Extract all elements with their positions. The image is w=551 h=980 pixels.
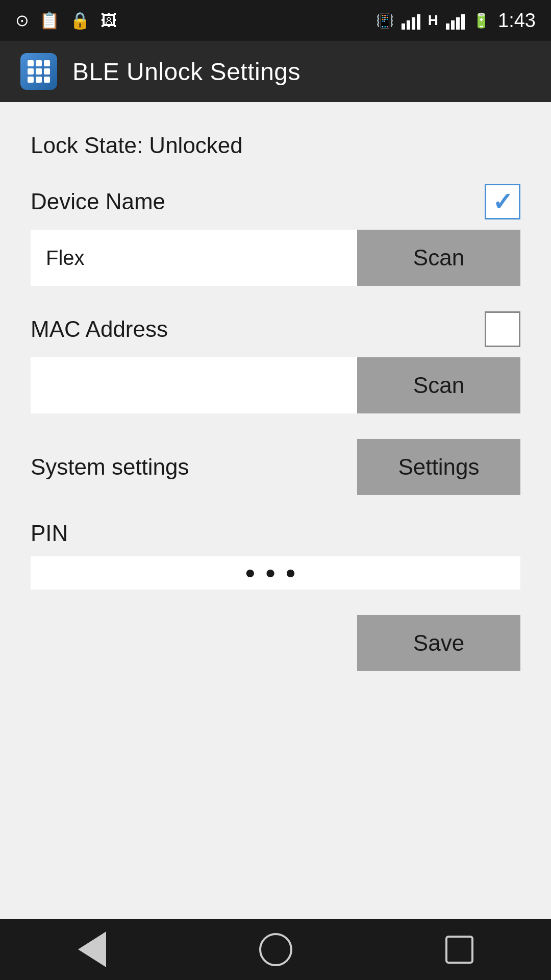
device-name-input[interactable] [31, 230, 357, 286]
signal-icon [402, 11, 420, 30]
status-bar-left: ⊙ 📋 🔒 🖼 [15, 11, 117, 30]
mac-address-section: MAC Address Scan [31, 311, 520, 413]
back-button[interactable] [71, 929, 112, 970]
main-content: Lock State: Unlocked Device Name Scan MA… [0, 102, 551, 692]
device-name-label: Device Name [31, 189, 165, 214]
mac-address-scan-button[interactable]: Scan [357, 357, 520, 413]
app-bar: BLE Unlock Settings [0, 41, 551, 102]
system-settings-row: System settings Settings [31, 439, 520, 495]
page-title: BLE Unlock Settings [72, 58, 300, 86]
pin-section: PIN [31, 521, 520, 590]
save-row: Save [31, 615, 520, 671]
image-icon: 🖼 [101, 11, 117, 30]
bottom-nav [0, 919, 551, 980]
mac-address-input-row: Scan [31, 357, 520, 413]
mac-address-checkbox[interactable] [485, 311, 520, 347]
lock-icon: 🔒 [70, 11, 90, 30]
recents-icon [445, 936, 473, 964]
status-bar-right: 📳 H 🔋 1:43 [376, 10, 536, 32]
vibrate-icon: 📳 [376, 12, 394, 29]
pin-input[interactable] [31, 556, 520, 590]
home-button[interactable] [255, 929, 296, 970]
network-signal-icon [446, 11, 465, 30]
device-name-section: Device Name Scan [31, 184, 520, 286]
mac-address-label: MAC Address [31, 316, 168, 342]
system-settings-button[interactable]: Settings [357, 439, 520, 495]
device-name-header: Device Name [31, 184, 520, 219]
device-name-input-row: Scan [31, 230, 520, 286]
battery-icon: 🔋 [472, 12, 490, 29]
home-icon [259, 933, 292, 966]
clipboard-icon: 📋 [39, 11, 60, 30]
mac-address-input[interactable] [31, 357, 357, 413]
pin-label: PIN [31, 521, 520, 546]
network-type-icon: H [428, 12, 438, 29]
sync-icon: ⊙ [15, 11, 29, 30]
app-icon [20, 53, 57, 90]
device-name-checkbox[interactable] [485, 184, 520, 219]
save-button[interactable]: Save [357, 615, 520, 671]
lock-state-text: Lock State: Unlocked [31, 133, 520, 158]
device-name-scan-button[interactable]: Scan [357, 230, 520, 286]
mac-address-header: MAC Address [31, 311, 520, 347]
status-bar: ⊙ 📋 🔒 🖼 📳 H 🔋 1:43 [0, 0, 551, 41]
back-icon [78, 932, 106, 967]
recents-button[interactable] [439, 929, 480, 970]
status-time: 1:43 [498, 10, 536, 32]
system-settings-label: System settings [31, 454, 189, 480]
